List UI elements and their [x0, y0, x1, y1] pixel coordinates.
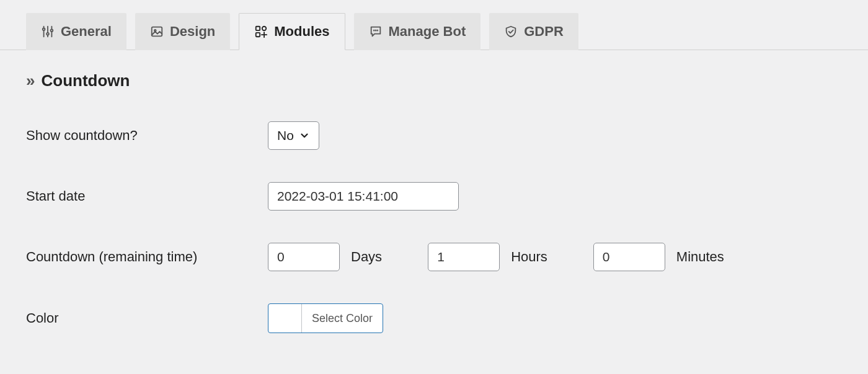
breadcrumb-raquo: »: [26, 71, 35, 90]
tab-label: Modules: [274, 24, 329, 40]
color-picker-text: Select Color: [302, 312, 383, 325]
unit-days: Days: [351, 249, 382, 265]
image-icon: [150, 25, 164, 38]
svg-point-4: [46, 33, 49, 35]
svg-point-3: [43, 28, 45, 31]
select-show-countdown[interactable]: No: [268, 121, 319, 150]
unit-hours: Hours: [511, 249, 547, 265]
svg-point-15: [377, 30, 378, 31]
select-value: No: [277, 128, 294, 143]
field-start-date: [268, 182, 459, 211]
row-start-date: Start date: [0, 166, 868, 227]
svg-point-14: [375, 30, 376, 31]
form: Show countdown? No Start date Countdown …: [0, 90, 868, 349]
svg-point-5: [51, 29, 53, 32]
field-remaining-time: Days Hours Minutes: [268, 243, 724, 271]
tab-label: Design: [170, 24, 215, 40]
input-days[interactable]: [268, 243, 340, 271]
modules-icon: [254, 25, 268, 38]
input-minutes[interactable]: [593, 243, 665, 271]
svg-rect-8: [256, 27, 260, 30]
row-show-countdown: Show countdown? No: [0, 105, 868, 166]
label-remaining-time: Countdown (remaining time): [26, 249, 268, 265]
field-color: Select Color: [268, 303, 383, 333]
section-title-text: Countdown: [41, 71, 130, 90]
chevron-down-icon: [299, 130, 310, 141]
svg-point-9: [262, 27, 266, 30]
field-show-countdown: No: [268, 121, 319, 150]
chat-icon: [369, 25, 383, 38]
tab-label: Manage Bot: [389, 24, 466, 40]
svg-point-13: [373, 30, 374, 31]
color-picker-button[interactable]: Select Color: [268, 303, 383, 333]
label-color: Color: [26, 310, 268, 326]
tab-manage-bot[interactable]: Manage Bot: [354, 13, 481, 50]
tab-gdpr[interactable]: GDPR: [489, 13, 578, 50]
tab-design[interactable]: Design: [135, 13, 230, 50]
tab-label: GDPR: [524, 24, 564, 40]
tab-general[interactable]: General: [26, 13, 126, 50]
label-show-countdown: Show countdown?: [26, 128, 268, 144]
tab-modules[interactable]: Modules: [239, 13, 345, 50]
row-color: Color Select Color: [0, 287, 868, 349]
tab-label: General: [61, 24, 112, 40]
svg-rect-10: [256, 33, 260, 37]
label-start-date: Start date: [26, 188, 268, 204]
shield-icon: [504, 25, 518, 38]
row-remaining-time: Countdown (remaining time) Days Hours Mi…: [0, 227, 868, 287]
input-start-date[interactable]: [268, 182, 459, 211]
input-hours[interactable]: [428, 243, 500, 271]
section-title: » Countdown: [0, 50, 868, 90]
tabs-bar: General Design Modules: [0, 0, 868, 50]
unit-minutes: Minutes: [676, 249, 724, 265]
sliders-icon: [41, 25, 55, 38]
color-swatch: [268, 304, 302, 333]
